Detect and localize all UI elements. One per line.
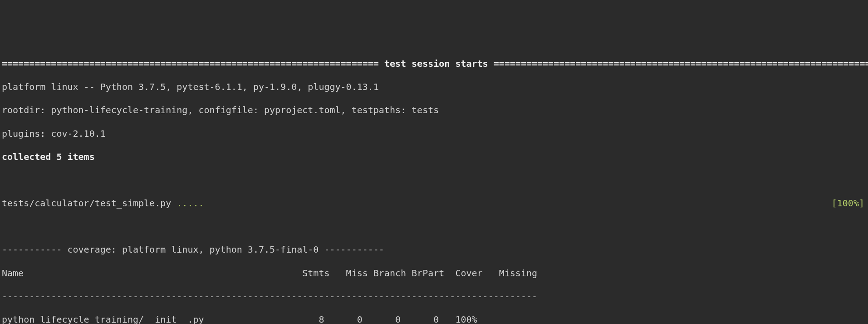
platform-line: platform linux -- Python 3.7.5, pytest-6… bbox=[2, 81, 866, 93]
test-file: tests/calculator/test_simple.py bbox=[2, 198, 177, 209]
test-progress: [100%] bbox=[832, 198, 864, 209]
terminal-output: ========================================… bbox=[0, 46, 868, 324]
test-dots: ..... bbox=[177, 198, 204, 209]
coverage-row: python_lifecycle_training/__init__.py 8 … bbox=[2, 314, 866, 324]
session-header-line: ========================================… bbox=[2, 58, 868, 69]
coverage-heading: ----------- coverage: platform linux, py… bbox=[2, 244, 866, 256]
coverage-table-header: Name Stmts Miss Branch BrPart Cover Miss… bbox=[2, 268, 866, 279]
coverage-dash-top: ----------------------------------------… bbox=[2, 291, 866, 303]
rootdir-line: rootdir: python-lifecycle-training, conf… bbox=[2, 105, 866, 116]
plugins-line: plugins: cov-2.10.1 bbox=[2, 128, 866, 140]
collected-line: collected 5 items bbox=[2, 151, 95, 162]
